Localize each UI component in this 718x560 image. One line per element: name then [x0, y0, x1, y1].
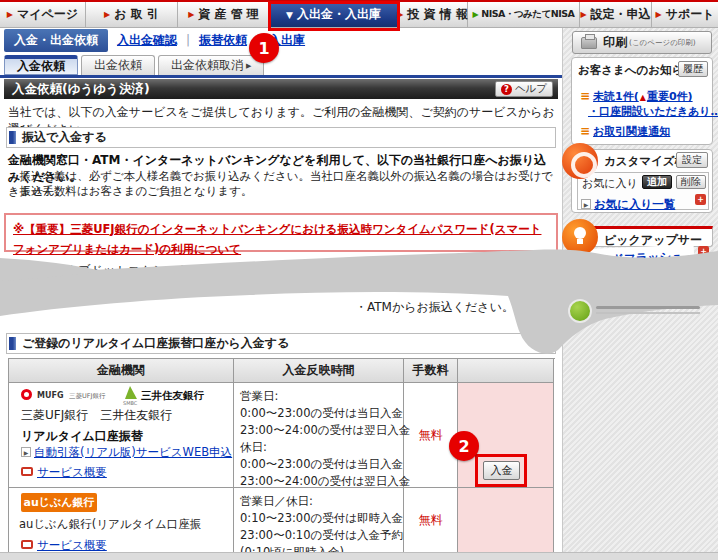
favorites-delete-button[interactable]: 削除 — [676, 175, 706, 189]
smbc-logo-icon — [125, 386, 137, 399]
function-tabs: 入金依頼 出金依頼 出金依頼取消▶ — [4, 54, 267, 75]
nav-label: サポート — [666, 6, 715, 23]
sub-nav: 入金・出金依頼 入出金確認 | 振替依頼 | 入出庫 — [0, 28, 562, 52]
link-label: サービス概要 — [37, 465, 107, 479]
tab-deposit-request[interactable]: 入金依頼 — [4, 55, 78, 75]
important-notice-box: ※【重要】三菱UFJ銀行のインターネットバンキングにおける振込時ワンタイムパスワ… — [4, 213, 558, 252]
tab-withdrawal-request[interactable]: 出金依頼 — [81, 55, 155, 75]
nav-arrow-icon: ▶ — [7, 10, 13, 19]
favorites-label: お気に入り — [582, 176, 638, 191]
nav-arrow-icon: ▶ — [188, 10, 194, 19]
lightbulb-icon — [562, 219, 598, 255]
nav-support[interactable]: ▶サポート — [652, 2, 718, 28]
nav-arrow-icon: ▶ — [104, 10, 110, 19]
history-button[interactable]: 履歴 — [678, 61, 708, 77]
help-button[interactable]: ? ヘルプ — [495, 81, 553, 97]
tab-label: 出金依頼 — [94, 57, 142, 74]
nav-label: 資 産 管 理 — [198, 6, 259, 23]
account-open-notice-link[interactable]: ・口座開設いただきあり… — [588, 100, 718, 119]
page-title: 入金依頼(ゆうゆう決済) — [12, 81, 150, 98]
link-arrow-icon: ▶ — [581, 199, 591, 209]
favorites-list-link[interactable]: ▶お気に入り一覧 — [581, 193, 675, 212]
nav-mypage[interactable]: ▶マイページ — [0, 2, 86, 28]
link-label: お取引関連通知 — [593, 125, 670, 138]
nav-label: お 取 引 — [114, 6, 159, 23]
important-notice-link[interactable]: ※【重要】三菱UFJ銀行のインターネットバンキングにおける振込時ワンタイムパスワ… — [13, 222, 541, 256]
col-header-bank: 金融機関 — [9, 359, 234, 383]
smbc-logo-text: 三井住友銀行 — [141, 389, 204, 403]
subnav-history[interactable]: 入出金確認 — [117, 32, 177, 49]
nav-nisa[interactable]: ▶NISA・つみたてNISA — [468, 2, 580, 28]
nav-label: NISA・つみたてNISA — [481, 8, 574, 21]
service-name: リアルタイム口座振替 — [21, 428, 143, 445]
link-label: サービス概要 — [37, 538, 107, 552]
time-line: 営業日／休日: — [240, 493, 397, 510]
time-line: 休日: — [240, 439, 397, 456]
help-label: ヘルプ — [515, 82, 547, 96]
table-row-time-cell: 営業日／休日: 0:10〜23:00の受付は即時入金 23:00〜0:10の受付… — [234, 488, 404, 554]
link-label: お気に入り一覧 — [594, 197, 675, 211]
print-sublabel: (このページの印刷) — [629, 38, 696, 48]
auto-debit-apply-link[interactable]: ▶自動引落(リアル版)サービスWEB申込 — [21, 445, 232, 460]
section-title: ご登録のリアルタイム口座振替口座から入金する — [22, 335, 289, 352]
col-header-fee: 手数料 — [404, 359, 458, 383]
step2-badge: 2 — [449, 431, 479, 461]
mufg-logo-text: MUFG — [37, 391, 64, 400]
print-button[interactable]: 印刷 (このページの印刷) — [572, 31, 712, 54]
col-header-action — [458, 359, 554, 383]
section-realtime-header: ご登録のリアルタイム口座振替口座から入金する — [6, 333, 556, 354]
bank-name: auじぶん銀行(リアルタイム口座振 — [19, 517, 201, 532]
section-title: 振込で入金する — [22, 129, 107, 146]
app-window: ▶マイページ ▶お 取 引 ▶資 産 管 理 ▼入出金・入出庫 ▶投 資 情 報… — [0, 0, 718, 560]
nav-trade[interactable]: ▶お 取 引 — [86, 2, 178, 28]
nav-label: マイページ — [17, 6, 78, 23]
subnav-deposit-request[interactable]: 入金・出金依頼 — [4, 29, 108, 52]
section-marker — [9, 337, 16, 350]
mufg-logo-subtext: 三菱UFJ銀行 — [69, 392, 105, 401]
time-line: 0:10〜23:00の受付は即時入金 — [240, 510, 397, 527]
help-question-icon: ? — [501, 84, 512, 95]
account-name-fragment: 名義:カブドットコムショウケン(カ — [38, 262, 230, 279]
table-row-action-cell — [458, 488, 554, 554]
step1-badge: 1 — [249, 33, 279, 63]
nav-arrow-green-icon: ▶ — [473, 10, 479, 19]
nav-label: 設定・申込 — [591, 6, 651, 23]
hidden-module-line — [596, 312, 700, 314]
bottom-edge-strip — [0, 552, 718, 560]
section-marker — [9, 131, 16, 144]
add-favorite-icon[interactable]: ＋ — [695, 194, 706, 205]
favorites-add-button[interactable]: 追加 — [642, 175, 672, 189]
tab-underline — [0, 75, 562, 78]
step2-highlight-rect — [475, 454, 527, 487]
tab-label: 入金依頼 — [17, 58, 65, 75]
subnav-transfer[interactable]: 振替依頼 — [199, 32, 247, 49]
transfer-bullet-2: ・振込手数料はお客さまのご負担となります。 — [8, 184, 556, 199]
nav-arrow-icon: ▶ — [656, 10, 662, 19]
service-overview-link[interactable]: サービス概要 — [21, 538, 107, 553]
service-overview-link[interactable]: サービス概要 — [21, 465, 107, 480]
time-line: 23:00〜24:00の受付は翌日入金 — [240, 422, 397, 439]
time-line: 営業日: — [240, 388, 397, 405]
tab-withdrawal-cancel[interactable]: 出金依頼取消▶ — [158, 55, 264, 75]
tab-label: 出金依頼取消 — [171, 57, 243, 74]
link-label: ・口座開設いただきあり… — [588, 105, 718, 118]
atm-note-fragment: ・ATMからお振込ください。 — [355, 299, 514, 316]
customize-settings-button[interactable]: 設定 — [676, 152, 708, 168]
time-line: 23:00〜0:10の受付は入金予約 — [240, 527, 397, 544]
hidden-module-icon — [568, 299, 592, 323]
section-transfer-header: 振込で入金する — [6, 127, 556, 148]
add-pickup-icon[interactable]: ＋ — [698, 246, 709, 257]
service-overview-icon — [21, 540, 33, 549]
trade-notice-link[interactable]: ≡お取引関連通知 — [580, 120, 670, 139]
gear-icon — [562, 143, 598, 179]
fee-value: 無料 — [404, 488, 458, 554]
favorites-box: お気に入り 追加 削除 ▶お気に入り一覧 ＋ — [577, 172, 709, 210]
time-line: 0:00〜23:00の受付は当日入金 — [240, 456, 397, 473]
link-arrow-icon: ▶ — [576, 255, 586, 265]
nav-settings[interactable]: ▶設定・申込 — [580, 2, 652, 28]
nav-market-info[interactable]: ▶投 資 情 報 — [398, 2, 468, 28]
service-overview-icon — [21, 467, 33, 476]
bank-names: 三菱UFJ銀行 三井住友銀行 — [21, 407, 172, 424]
mufg-logo-icon — [21, 389, 32, 400]
nav-assets[interactable]: ▶資 産 管 理 — [178, 2, 270, 28]
